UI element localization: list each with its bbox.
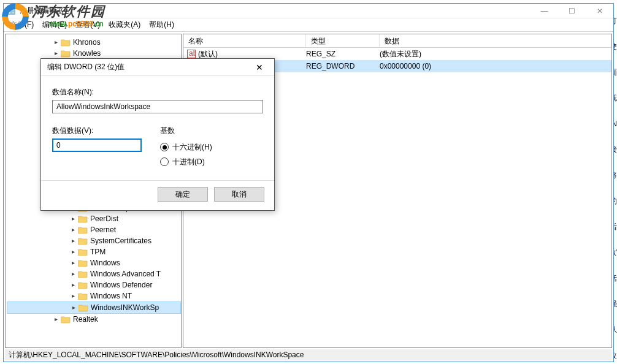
value-name-field[interactable] (52, 100, 263, 113)
menu-favorites[interactable]: 收藏夹(A) (109, 20, 140, 30)
svg-rect-6 (12, 12, 14, 13)
tree-item[interactable]: Windows Advanced T (7, 268, 181, 279)
tree-item-label: Peernet (90, 226, 116, 234)
dialog-titlebar[interactable]: 编辑 DWORD (32 位)值 ✕ (41, 59, 274, 76)
titlebar[interactable]: 注册表编辑器 — ☐ ✕ (4, 4, 613, 18)
tree-item-label: TPM (90, 248, 105, 256)
tree-expand-icon[interactable] (51, 48, 61, 58)
tree-item[interactable]: SystemCertificates (7, 235, 181, 246)
tree-item[interactable]: WindowsINKWorkSp (7, 301, 181, 314)
tree-expand-icon[interactable] (68, 280, 78, 290)
edit-dword-dialog: 编辑 DWORD (32 位)值 ✕ 数值名称(N): 数值数据(V): 基数 … (40, 58, 275, 211)
list-header[interactable]: 名称 类型 数据 (183, 34, 611, 48)
col-type[interactable]: 类型 (306, 34, 380, 47)
maximize-button[interactable]: ☐ (558, 4, 586, 18)
radio-hex-icon (160, 143, 169, 151)
col-data[interactable]: 数据 (380, 34, 611, 47)
tree-item-label: Knowles (73, 49, 101, 58)
tree-item[interactable]: Knowles (7, 48, 181, 59)
cell-name: (默认) (198, 49, 218, 59)
tree-item-label: Windows Advanced T (90, 270, 161, 278)
svg-rect-5 (8, 12, 10, 13)
cell-type: REG_DWORD (306, 62, 380, 70)
tree-expand-icon[interactable] (69, 303, 79, 313)
tree-expand-icon[interactable] (68, 225, 78, 235)
radio-dec[interactable]: 十进制(D) (160, 154, 212, 169)
radio-dec-icon (160, 157, 169, 166)
tree-item-label: WindowsINKWorkSp (91, 303, 159, 312)
ok-button[interactable]: 确定 (158, 187, 208, 202)
cell-data: 0x00000000 (0) (380, 62, 608, 70)
menu-edit[interactable]: 编辑(E) (42, 20, 67, 30)
value-name-label: 数值名称(N): (52, 87, 263, 97)
window-title: 注册表编辑器 (20, 6, 611, 16)
tree-item[interactable]: Khronos (7, 37, 181, 48)
svg-text:ab: ab (189, 50, 196, 58)
svg-rect-4 (12, 9, 14, 10)
close-button[interactable]: ✕ (586, 4, 613, 18)
tree-item[interactable]: Windows (7, 257, 181, 268)
tree-expand-icon[interactable] (68, 291, 78, 301)
menu-file[interactable]: 文件(F) (10, 20, 34, 30)
tree-expand-icon[interactable] (68, 214, 78, 224)
tree-expand-icon[interactable] (68, 236, 78, 246)
base-label: 基数 (160, 126, 212, 136)
cell-type: REG_SZ (306, 50, 380, 58)
tree-expand-icon[interactable] (68, 269, 78, 279)
tree-item[interactable]: Windows Defender (7, 279, 181, 290)
tree-item[interactable]: Realtek (7, 314, 181, 325)
tree-expand-icon[interactable] (68, 247, 78, 257)
menu-view[interactable]: 查看(V) (75, 20, 100, 30)
statusbar: 计算机\HKEY_LOCAL_MACHINE\SOFTWARE\Policies… (5, 349, 612, 360)
tree-expand-icon[interactable] (68, 258, 78, 268)
cancel-button[interactable]: 取消 (214, 187, 264, 202)
svg-rect-3 (8, 9, 10, 10)
tree-expand-icon[interactable] (51, 37, 61, 47)
svg-rect-2 (7, 7, 15, 15)
col-name[interactable]: 名称 (183, 34, 306, 47)
tree-item-label: Realtek (73, 315, 98, 324)
tree-item[interactable]: Windows NT (7, 290, 181, 301)
tree-item[interactable]: PeerDist (7, 213, 181, 224)
value-data-field[interactable] (52, 138, 142, 152)
tree-item-label: Windows Defender (90, 281, 152, 289)
tree-item-label: PeerDist (90, 214, 118, 223)
menu-help[interactable]: 帮助(H) (149, 20, 174, 30)
menubar: 文件(F) 编辑(E) 查看(V) 收藏夹(A) 帮助(H) (4, 18, 613, 32)
value-data-label: 数值数据(V): (52, 126, 142, 136)
dialog-title: 编辑 DWORD (32 位)值 (47, 62, 251, 72)
tree-item[interactable]: Peernet (7, 224, 181, 235)
tree-item-label: SystemCertificates (90, 237, 151, 245)
radio-hex[interactable]: 十六进制(H) (160, 140, 212, 154)
tree-item-label: Windows (90, 259, 120, 267)
minimize-button[interactable]: — (531, 4, 558, 18)
tree-item[interactable]: TPM (7, 246, 181, 257)
dialog-close-button[interactable]: ✕ (251, 59, 268, 76)
tree-item-label: Khronos (73, 38, 101, 47)
regedit-icon (6, 6, 16, 16)
radio-hex-label: 十六进制(H) (172, 142, 212, 153)
tree-item-label: Windows NT (90, 292, 132, 300)
radio-dec-label: 十进制(D) (172, 157, 205, 167)
tree-expand-icon[interactable] (51, 314, 61, 324)
cell-data: (数值未设置) (380, 49, 608, 59)
